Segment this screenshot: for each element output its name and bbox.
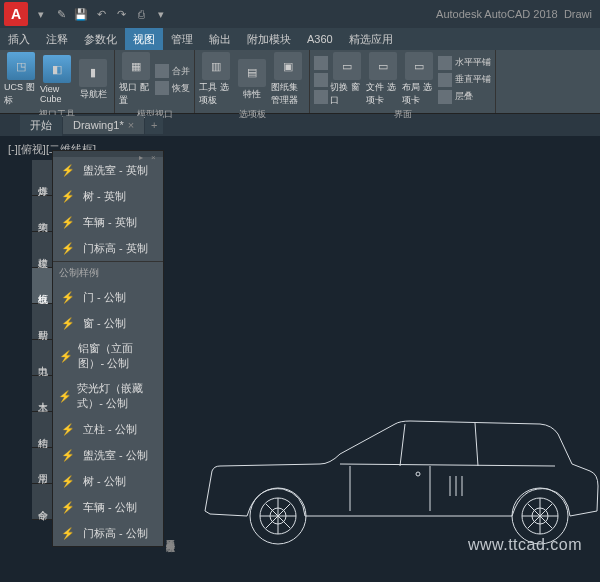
ribbon-group-window: ▭切换 窗口 ▭文件 选项卡 ▭布局 选项卡 水平平铺 垂直平铺 层叠 界面 bbox=[310, 50, 496, 113]
palette-title: 工具选项板 所有组项板 bbox=[164, 533, 177, 536]
navbar-button[interactable]: ▮导航栏 bbox=[76, 59, 110, 101]
tool-palette-button[interactable]: ▥工具 选项板 bbox=[199, 52, 233, 107]
block-icon bbox=[59, 289, 77, 305]
palette-item[interactable]: 铝窗（立面图）- 公制 bbox=[53, 336, 163, 376]
qat-undo-icon[interactable]: ↶ bbox=[92, 5, 110, 23]
block-icon bbox=[59, 388, 71, 404]
ucs-icon-button[interactable]: ◳UCS 图标 bbox=[4, 52, 38, 107]
palette-item[interactable]: 立柱 - 公制 bbox=[53, 416, 163, 442]
cascade-button[interactable]: 层叠 bbox=[438, 89, 491, 105]
block-icon bbox=[59, 525, 77, 541]
tile-v-button[interactable]: 垂直平铺 bbox=[438, 72, 491, 88]
palette-item[interactable]: 门标高 - 公制 bbox=[53, 520, 163, 546]
svg-point-0 bbox=[416, 472, 420, 476]
merge-button[interactable]: 合并 bbox=[155, 63, 190, 79]
ribbon-group-model-viewport: ▦视口 配置 合并 恢复 模型视口 bbox=[115, 50, 195, 113]
palette-item[interactable]: 盥洗室 - 英制 bbox=[53, 157, 163, 183]
palette-item[interactable]: 门标高 - 英制 bbox=[53, 235, 163, 261]
qat-save-icon[interactable]: 💾 bbox=[72, 5, 90, 23]
qat-redo-icon[interactable]: ↷ bbox=[112, 5, 130, 23]
block-icon bbox=[59, 499, 77, 515]
palette-close-icon[interactable]: × bbox=[151, 153, 161, 157]
sidetab[interactable]: 常用 bbox=[32, 448, 52, 484]
sidetab[interactable]: 结构 bbox=[32, 412, 52, 448]
win-btn[interactable] bbox=[314, 55, 328, 71]
sidetab[interactable]: 帮助 bbox=[32, 304, 52, 340]
palette-item[interactable]: 车辆 - 英制 bbox=[53, 209, 163, 235]
sidetab[interactable]: 爆炸 bbox=[32, 160, 52, 196]
restore-button[interactable]: 恢复 bbox=[155, 80, 190, 96]
palette-item[interactable]: 树 - 英制 bbox=[53, 183, 163, 209]
block-icon bbox=[59, 162, 77, 178]
menu-parametric[interactable]: 参数化 bbox=[76, 28, 125, 50]
menu-a360[interactable]: A360 bbox=[299, 28, 341, 50]
menubar: 插入 注释 参数化 视图 管理 输出 附加模块 A360 精选应用 bbox=[0, 28, 600, 50]
title-text: Autodesk AutoCAD 2018 Drawi bbox=[436, 8, 600, 20]
ribbon: ◳UCS 图标 ◧View Cube ▮导航栏 视口工具 ▦视口 配置 合并 恢… bbox=[0, 50, 600, 114]
palette-item[interactable]: 车辆 - 公制 bbox=[53, 494, 163, 520]
new-tab-button[interactable]: + bbox=[145, 116, 163, 134]
menu-annotate[interactable]: 注释 bbox=[38, 28, 76, 50]
menu-addins[interactable]: 附加模块 bbox=[239, 28, 299, 50]
palette-item[interactable]: 荧光灯（嵌藏式）- 公制 bbox=[53, 376, 163, 416]
file-tab-start[interactable]: 开始 bbox=[20, 115, 62, 136]
sheetset-button[interactable]: ▣图纸集 管理器 bbox=[271, 52, 305, 107]
qat-open-icon[interactable]: ✎ bbox=[52, 5, 70, 23]
block-icon bbox=[59, 240, 77, 256]
ribbon-group-label: 选项板 bbox=[199, 107, 305, 121]
palette-item[interactable]: 盥洗室 - 公制 bbox=[53, 442, 163, 468]
tool-palette: ▸ × 盥洗室 - 英制 树 - 英制 车辆 - 英制 门标高 - 英制 公制样… bbox=[52, 150, 164, 547]
sidetab[interactable]: 电力 bbox=[32, 340, 52, 376]
palette-autohide-icon[interactable]: ▸ bbox=[139, 153, 149, 157]
quick-access-toolbar: ▾ ✎ 💾 ↶ ↷ ⎙ ▾ bbox=[32, 5, 170, 23]
switch-window-button[interactable]: ▭切换 窗口 bbox=[330, 52, 364, 107]
app-logo-icon[interactable]: A bbox=[4, 2, 28, 26]
menu-view[interactable]: 视图 bbox=[125, 28, 163, 50]
file-tab-drawing1[interactable]: Drawing1* × bbox=[63, 116, 144, 134]
palette-item[interactable]: 窗 - 公制 bbox=[53, 310, 163, 336]
qat-print-icon[interactable]: ⎙ bbox=[132, 5, 150, 23]
ribbon-group-label: 界面 bbox=[314, 107, 491, 121]
ribbon-group-viewport-tools: ◳UCS 图标 ◧View Cube ▮导航栏 视口工具 bbox=[0, 50, 115, 113]
sidetab[interactable]: 建模 bbox=[32, 232, 52, 268]
watermark: www.ttcad.com bbox=[468, 536, 582, 554]
menu-manage[interactable]: 管理 bbox=[163, 28, 201, 50]
palette-separator: 公制样例 bbox=[53, 261, 163, 284]
ribbon-group-palettes: ▥工具 选项板 ▤特性 ▣图纸集 管理器 选项板 bbox=[195, 50, 310, 113]
menu-insert[interactable]: 插入 bbox=[0, 28, 38, 50]
block-icon bbox=[59, 447, 77, 463]
sidetab[interactable]: 土木 bbox=[32, 376, 52, 412]
layout-tabs-button[interactable]: ▭布局 选项卡 bbox=[402, 52, 436, 107]
titlebar: A ▾ ✎ 💾 ↶ ↷ ⎙ ▾ Autodesk AutoCAD 2018 Dr… bbox=[0, 0, 600, 28]
palette-category-tabs: 爆炸 约束 建模 线框 帮助 电力 土木 结构 常用 命令 bbox=[32, 160, 52, 520]
block-icon bbox=[59, 348, 72, 364]
menu-output[interactable]: 输出 bbox=[201, 28, 239, 50]
win-btn[interactable] bbox=[314, 89, 328, 105]
block-icon bbox=[59, 188, 77, 204]
qat-more-icon[interactable]: ▾ bbox=[152, 5, 170, 23]
block-icon bbox=[59, 421, 77, 437]
palette-item[interactable]: 门 - 公制 bbox=[53, 284, 163, 310]
tile-h-button[interactable]: 水平平铺 bbox=[438, 55, 491, 71]
viewport-config-button[interactable]: ▦视口 配置 bbox=[119, 52, 153, 107]
palette-item[interactable]: 树 - 公制 bbox=[53, 468, 163, 494]
file-tabs-button[interactable]: ▭文件 选项卡 bbox=[366, 52, 400, 107]
sidetab[interactable]: 线框 bbox=[32, 268, 52, 304]
qat-new-icon[interactable]: ▾ bbox=[32, 5, 50, 23]
win-btn[interactable] bbox=[314, 72, 328, 88]
block-icon bbox=[59, 214, 77, 230]
properties-button[interactable]: ▤特性 bbox=[235, 59, 269, 101]
close-icon[interactable]: × bbox=[128, 119, 134, 131]
block-icon bbox=[59, 473, 77, 489]
sidetab[interactable]: 约束 bbox=[32, 196, 52, 232]
menu-featured[interactable]: 精选应用 bbox=[341, 28, 401, 50]
sidetab[interactable]: 命令 bbox=[32, 484, 52, 520]
block-icon bbox=[59, 315, 77, 331]
viewcube-button[interactable]: ◧View Cube bbox=[40, 55, 74, 104]
